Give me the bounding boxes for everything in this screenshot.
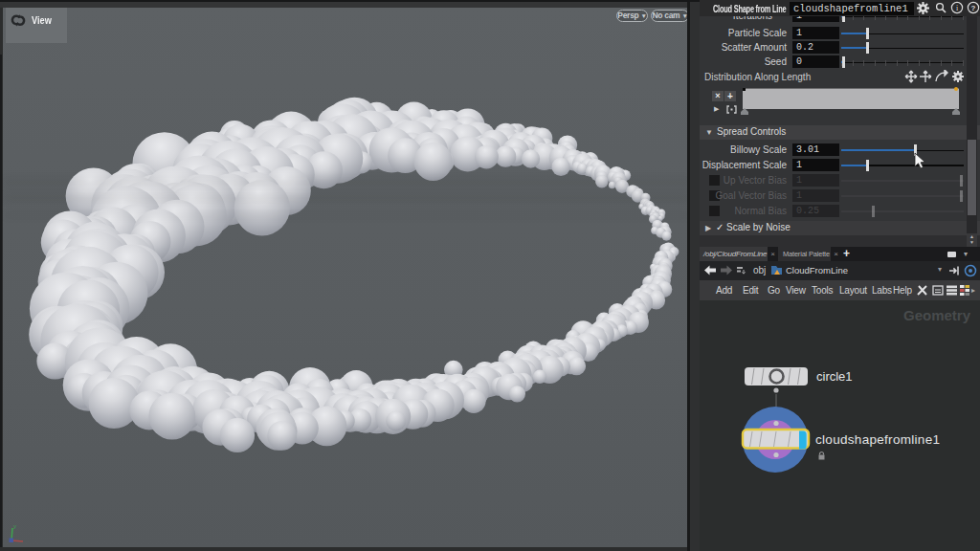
svg-text:?: ? [971, 4, 976, 12]
svg-text:y: y [13, 523, 16, 529]
svg-text:i: i [956, 4, 959, 12]
